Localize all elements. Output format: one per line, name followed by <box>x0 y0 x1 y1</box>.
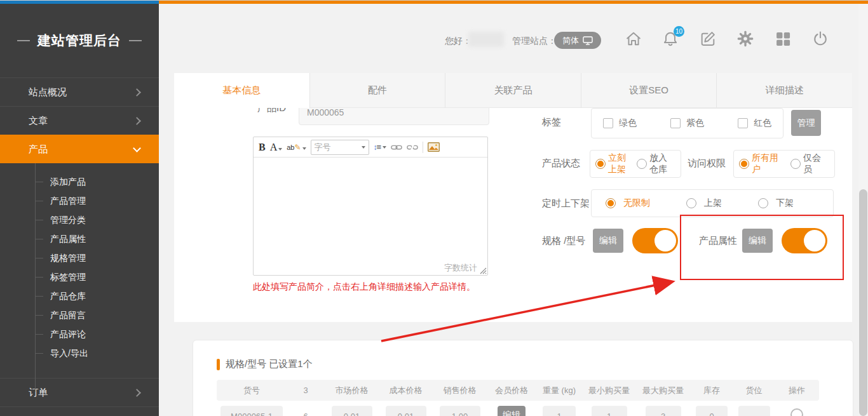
submenu-category-manage[interactable]: 管理分类 <box>0 210 159 229</box>
tags-label: 标签 <box>542 116 561 128</box>
max-buy-input[interactable]: 3 <box>646 406 681 416</box>
sku-input[interactable]: M000065-1 <box>220 406 283 416</box>
rich-text-editor: B A ab✎ 字号 ↕≡ <box>253 137 488 276</box>
power-icon[interactable] <box>811 30 829 48</box>
row-col2-value: 6 <box>303 406 308 416</box>
submenu-product-reviews[interactable]: 产品评论 <box>0 325 159 344</box>
schedule-label: 定时上下架 <box>542 198 590 210</box>
sidebar-item-orders[interactable]: 订单 <box>0 378 159 406</box>
tag-label: 紫色 <box>686 117 704 129</box>
tab-accessories[interactable]: 配件 <box>309 73 445 108</box>
access-option-members-only[interactable]: 仅会员 <box>790 152 829 175</box>
checkbox-icon[interactable] <box>670 118 681 128</box>
sidebar-item-label: 订单 <box>29 387 48 399</box>
gear-icon[interactable] <box>736 30 754 48</box>
tab-seo-settings[interactable]: 设置SEO <box>581 73 717 108</box>
tag-option-red[interactable]: 红色 <box>738 117 771 129</box>
remove-row-icon[interactable] <box>790 408 803 416</box>
location-input[interactable] <box>738 406 770 416</box>
checkbox-icon[interactable] <box>603 118 613 128</box>
line-height-button[interactable]: ↕≡ <box>374 142 387 152</box>
submenu-product-manage[interactable]: 产品管理 <box>0 191 159 210</box>
sale-price-input[interactable]: 1.00 <box>440 406 480 416</box>
col-member-price: 会员价格 <box>487 385 536 396</box>
sidebar-item-site-overview[interactable]: 站点概况 <box>0 77 159 106</box>
product-status-box: 立刻上架 放入仓库 <box>590 150 681 178</box>
products-submenu: 添加产品 产品管理 管理分类 产品属性 规格管理 标签管理 产品仓库 产品留言 … <box>0 163 159 378</box>
manage-site-label: 管理站点： <box>512 36 557 47</box>
col-cost-price: 成本价格 <box>379 385 433 396</box>
status-option-warehouse[interactable]: 放入仓库 <box>637 152 675 175</box>
col-sale-price: 销售价格 <box>433 385 487 396</box>
submenu-product-attrs[interactable]: 产品属性 <box>0 229 159 248</box>
font-color-button[interactable]: A <box>270 142 283 153</box>
checkbox-icon[interactable] <box>738 118 748 128</box>
cost-price-input[interactable]: 0.01 <box>386 406 426 416</box>
language-switch-button[interactable]: 简体 <box>554 32 601 49</box>
scrollbar-track[interactable] <box>858 4 868 416</box>
stock-input[interactable]: 0 <box>696 406 728 416</box>
chevron-down-icon <box>133 144 141 152</box>
member-price-edit-button[interactable]: 编辑 <box>498 406 526 416</box>
radio-icon[interactable] <box>758 198 768 208</box>
tag-option-purple[interactable]: 紫色 <box>670 117 704 129</box>
radio-label: 所有用户 <box>752 152 787 175</box>
editor-toolbar: B A ab✎ 字号 ↕≡ <box>254 137 487 158</box>
username-redacted <box>468 32 504 47</box>
weight-input[interactable]: 1 <box>543 406 576 416</box>
col-action: 操作 <box>775 385 819 396</box>
bold-button[interactable]: B <box>259 142 266 153</box>
image-button[interactable] <box>428 142 440 152</box>
spec-edit-button[interactable]: 编辑 <box>593 229 623 253</box>
submenu-spec-manage[interactable]: 规格管理 <box>0 248 159 267</box>
schedule-option-unlimited[interactable]: 无限制 <box>606 198 650 209</box>
submenu-import-export[interactable]: 导入/导出 <box>0 344 159 363</box>
spec-toggle-on[interactable] <box>632 228 678 253</box>
submenu-product-warehouse[interactable]: 产品仓库 <box>0 286 159 305</box>
grid-icon[interactable] <box>774 30 792 48</box>
radio-selected-icon[interactable] <box>606 198 616 208</box>
sidebar-item-members[interactable]: 会员 <box>0 406 159 416</box>
home-icon[interactable] <box>625 30 642 48</box>
submenu-product-messages[interactable]: 产品留言 <box>0 305 159 325</box>
bell-icon[interactable]: 10 <box>661 30 679 48</box>
radio-icon[interactable] <box>790 159 801 169</box>
radio-label: 上架 <box>704 198 722 209</box>
radio-selected-icon[interactable] <box>595 159 606 169</box>
col-location: 货位 <box>733 385 775 396</box>
submenu-tag-manage[interactable]: 标签管理 <box>0 267 159 286</box>
tag-label: 红色 <box>754 117 771 129</box>
resize-handle[interactable] <box>479 267 487 274</box>
sidebar-item-articles[interactable]: 文章 <box>0 106 159 135</box>
editor-body[interactable] <box>254 158 487 261</box>
main-area: 您好： 管理站点： 简体 10 <box>159 4 868 416</box>
tab-detail-description[interactable]: 详细描述 <box>716 73 852 108</box>
tag-option-green[interactable]: 绿色 <box>603 117 637 129</box>
spec-table-header: 货号 3 市场价格 成本价格 销售价格 会员价格 重量 (kg) 最小购买量 最… <box>217 380 819 401</box>
unlink-icon[interactable] <box>407 142 418 152</box>
radio-icon[interactable] <box>637 159 647 169</box>
font-size-select[interactable]: 字号 <box>311 140 369 155</box>
highlight-button[interactable]: ab✎ <box>287 143 306 152</box>
edit-icon[interactable] <box>699 30 717 48</box>
schedule-option-on-shelf[interactable]: 上架 <box>686 198 722 209</box>
status-option-on-shelf[interactable]: 立刻上架 <box>595 152 634 175</box>
scrollbar-thumb[interactable] <box>859 189 867 416</box>
min-buy-input[interactable]: 1 <box>592 406 627 416</box>
radio-icon[interactable] <box>686 198 696 208</box>
font-size-placeholder: 字号 <box>315 142 331 153</box>
sidebar: 建站管理后台 站点概况 文章 产品 添加产品 产品管理 管理分类 产品属性 规格… <box>0 4 159 416</box>
sidebar-item-products[interactable]: 产品 <box>0 135 159 163</box>
radio-label: 下架 <box>776 198 794 209</box>
manage-tags-button[interactable]: 管理 <box>791 110 821 136</box>
radio-selected-icon[interactable] <box>739 159 749 169</box>
access-box: 所有用户 仅会员 <box>733 150 835 178</box>
spec-section-header: 规格/型号 已设置1个 <box>217 358 313 370</box>
tab-related-products[interactable]: 关联产品 <box>445 73 581 108</box>
access-option-all-users[interactable]: 所有用户 <box>739 152 787 175</box>
schedule-option-off-shelf[interactable]: 下架 <box>758 198 794 209</box>
tab-basic-info[interactable]: 基本信息 <box>174 73 309 108</box>
link-icon[interactable] <box>391 143 402 152</box>
market-price-input[interactable]: 0.01 <box>332 406 372 416</box>
submenu-add-product[interactable]: 添加产品 <box>0 172 159 191</box>
